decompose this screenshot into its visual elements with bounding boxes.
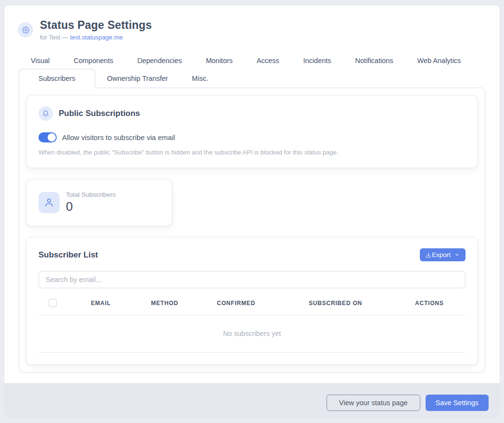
export-button[interactable]: Export (420, 248, 466, 261)
total-subscribers-card: Total Subscribers 0 (26, 179, 172, 226)
page-subtitle: for Test — test.statuspage.me (40, 34, 152, 41)
subscriber-list-card: Subscriber List Export (26, 237, 478, 365)
tab-notifications[interactable]: Notifications (343, 52, 405, 69)
tab-incidents[interactable]: Incidents (291, 52, 343, 69)
tab-ownership-transfer[interactable]: Ownership Transfer (95, 69, 180, 88)
table-header-row: EMAIL METHOD CONFIRMED SUBSCRIBED ON ACT… (38, 299, 466, 315)
subscriber-list-header: Subscriber List Export (38, 248, 466, 261)
subscribe-toggle-row: Allow visitors to subscribe via email (38, 132, 466, 142)
tab-subscribers[interactable]: Subscribers (19, 69, 95, 88)
page-title-block: Status Page Settings for Test — test.sta… (40, 19, 152, 41)
subscriber-table: EMAIL METHOD CONFIRMED SUBSCRIBED ON ACT… (38, 299, 466, 353)
search-input[interactable] (38, 271, 466, 288)
public-subscriptions-card: Public Subscriptions Allow visitors to s… (26, 95, 478, 168)
page-header: Status Page Settings for Test — test.sta… (4, 5, 500, 41)
view-status-page-button[interactable]: View your status page (327, 395, 420, 411)
column-header-method: METHOD (151, 300, 217, 307)
subscriber-list-title: Subscriber List (38, 250, 98, 260)
tab-web-analytics[interactable]: Web Analytics (405, 52, 473, 69)
public-subscriptions-title: Public Subscriptions (59, 109, 140, 118)
tab-dependencies[interactable]: Dependencies (125, 52, 194, 69)
tab-access[interactable]: Access (245, 52, 291, 69)
page-title: Status Page Settings (40, 19, 152, 32)
subscribe-help-text: When disabled, the public "Subscribe" bu… (38, 149, 466, 156)
settings-tabs: Visual Components Dependencies Monitors … (19, 52, 485, 88)
status-page-link[interactable]: test.statuspage.me (70, 34, 123, 41)
download-icon (426, 252, 431, 258)
toggle-knob (48, 133, 56, 141)
select-all-cell (38, 299, 91, 307)
subscribers-tab-panel: Public Subscriptions Allow visitors to s… (19, 88, 485, 372)
bell-icon (38, 106, 53, 121)
user-icon (38, 192, 60, 213)
tab-monitors[interactable]: Monitors (194, 52, 245, 69)
stat-text-block: Total Subscribers 0 (66, 191, 116, 214)
allow-subscribe-toggle[interactable] (38, 132, 57, 142)
toggle-label: Allow visitors to subscribe via email (62, 133, 175, 141)
total-subscribers-value: 0 (66, 199, 116, 214)
save-settings-button[interactable]: Save Settings (426, 395, 489, 411)
tab-components[interactable]: Components (62, 52, 125, 69)
column-header-confirmed: CONFIRMED (217, 300, 309, 307)
select-all-checkbox[interactable] (49, 299, 57, 307)
tab-row-1: Visual Components Dependencies Monitors … (19, 52, 485, 69)
chevron-down-icon (454, 252, 460, 257)
column-header-email: EMAIL (91, 300, 151, 307)
column-header-actions: ACTIONS (415, 300, 466, 307)
empty-state-message: No subscribers yet (38, 315, 466, 353)
status-page-settings-card: Status Page Settings for Test — test.sta… (4, 5, 500, 418)
tab-misc[interactable]: Misc. (180, 69, 220, 88)
tab-visual[interactable]: Visual (19, 52, 62, 69)
gear-icon (18, 22, 33, 38)
page-footer: View your status page Save Settings (4, 383, 500, 418)
export-button-label: Export (432, 251, 451, 258)
tab-row-2: Subscribers Ownership Transfer Misc. (19, 69, 485, 88)
total-subscribers-label: Total Subscribers (66, 191, 116, 198)
column-header-subscribed-on: SUBSCRIBED ON (309, 300, 415, 307)
subtitle-prefix: for Test — (40, 34, 70, 41)
public-subscriptions-header: Public Subscriptions (38, 106, 466, 121)
